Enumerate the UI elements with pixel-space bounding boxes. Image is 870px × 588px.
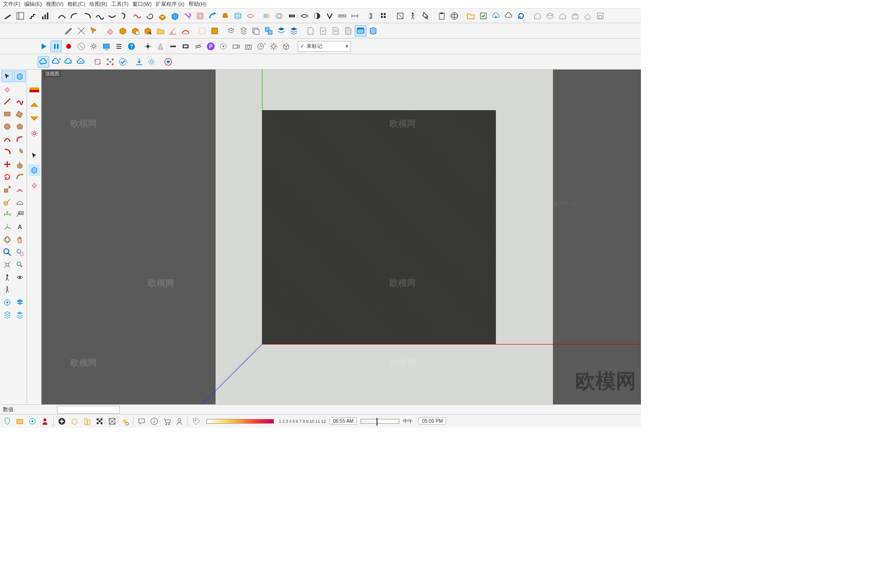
freehand-icon[interactable]	[131, 10, 143, 22]
light-point-icon[interactable]	[142, 41, 154, 52]
layers-3-icon[interactable]	[250, 25, 262, 37]
cloud-up-icon[interactable]	[490, 10, 502, 22]
target-icon[interactable]	[218, 41, 229, 52]
sun-gear-icon[interactable]	[119, 416, 130, 427]
video-icon[interactable]	[230, 41, 242, 52]
component-c-icon[interactable]	[142, 25, 154, 37]
walk-tool[interactable]	[1, 284, 13, 296]
offset-tool[interactable]	[14, 184, 26, 195]
transparent-icon[interactable]	[107, 416, 117, 427]
cleanup-icon[interactable]	[420, 10, 431, 22]
camera-icon[interactable]	[243, 41, 254, 52]
arc-right-icon[interactable]	[81, 10, 93, 22]
save-check-icon[interactable]	[478, 10, 489, 22]
crop-icon[interactable]	[92, 56, 103, 68]
eraser-tool[interactable]	[1, 83, 13, 95]
person-red-icon[interactable]	[40, 416, 50, 427]
menu-file[interactable]: 文件(F)	[3, 0, 20, 8]
protractor-tool[interactable]	[14, 196, 26, 208]
style-c-icon[interactable]	[29, 113, 40, 125]
solid-e-icon[interactable]	[311, 10, 323, 22]
loft-icon[interactable]	[232, 10, 244, 22]
line-tool[interactable]	[1, 96, 13, 107]
curve-2-icon[interactable]	[106, 10, 118, 22]
arc-tool[interactable]	[1, 133, 13, 145]
3dtext-tool[interactable]: A	[14, 221, 26, 233]
monitor-icon[interactable]	[101, 41, 112, 52]
page-d-icon[interactable]	[342, 25, 354, 37]
curve-1-icon[interactable]	[94, 10, 105, 22]
prev-view-tool[interactable]	[14, 259, 26, 271]
page-a-icon[interactable]	[304, 25, 316, 37]
freehand-tool[interactable]	[14, 96, 26, 107]
cloud-d-icon[interactable]	[75, 56, 87, 68]
time-gradient[interactable]	[206, 419, 274, 424]
viewport[interactable]: 顶视图 欧模网 www.om.cn 欧模网 欧模网 欧模网 欧模网 欧模网 ww…	[42, 70, 641, 404]
component-b-icon[interactable]	[130, 25, 141, 37]
menu-extensions[interactable]: 扩展程序 (x)	[156, 0, 185, 8]
menu-edit[interactable]: 编辑(E)	[24, 0, 42, 8]
tape-measure-icon[interactable]	[75, 25, 87, 37]
credit-icon[interactable]	[14, 416, 25, 427]
layers-4-icon[interactable]	[263, 25, 275, 37]
gps-icon[interactable]	[27, 416, 38, 427]
light-rect-icon[interactable]	[180, 41, 191, 52]
menu-view[interactable]: 视图(V)	[46, 0, 64, 8]
texture-plane[interactable]	[262, 110, 496, 344]
zoom-ext-tool[interactable]	[1, 259, 13, 271]
extension-icon[interactable]	[82, 416, 92, 427]
scale-tool[interactable]	[1, 184, 13, 195]
info-icon[interactable]: i	[149, 416, 160, 427]
toolbox-icon[interactable]	[569, 10, 581, 22]
settings-icon[interactable]	[146, 56, 158, 68]
tool-icon[interactable]	[2, 10, 14, 22]
style-b-icon[interactable]	[29, 99, 40, 110]
hide-icon[interactable]	[192, 41, 204, 52]
check-circle-icon[interactable]	[117, 56, 129, 68]
offset-icon[interactable]	[194, 10, 206, 22]
record-icon[interactable]	[63, 41, 74, 52]
time-slider[interactable]	[361, 419, 399, 424]
orbit-tool[interactable]	[1, 234, 13, 245]
roof-icon[interactable]	[582, 10, 594, 22]
warehouse-icon[interactable]	[532, 10, 543, 22]
layers-1-icon[interactable]	[225, 25, 237, 37]
gear-large-icon[interactable]	[268, 41, 279, 52]
dim-tool[interactable]: 2	[1, 209, 13, 220]
extrude-icon[interactable]	[219, 10, 231, 22]
chrome-icon[interactable]	[162, 56, 174, 68]
model-info-icon[interactable]	[14, 10, 26, 22]
box-iso-icon[interactable]	[544, 10, 556, 22]
folder-open-icon[interactable]	[465, 10, 477, 22]
followme-tool[interactable]	[14, 171, 26, 183]
tag-dropdown[interactable]: ✓ 未标记 ▾	[298, 41, 351, 52]
eraser-icon[interactable]	[104, 25, 116, 37]
plugin-p-icon[interactable]: P	[205, 41, 217, 52]
download-icon[interactable]	[133, 56, 145, 68]
tape-tool[interactable]	[1, 196, 13, 208]
menu-help[interactable]: 帮助(H)	[188, 0, 206, 8]
folder-icon[interactable]	[155, 25, 166, 37]
page-c-icon[interactable]	[330, 25, 341, 37]
spiral-icon[interactable]	[144, 10, 156, 22]
style-a-icon[interactable]	[29, 84, 40, 96]
iso-view-icon[interactable]	[29, 164, 40, 176]
dimension-icon[interactable]	[349, 10, 361, 22]
ruler-icon[interactable]	[336, 10, 348, 22]
bars-icon[interactable]	[40, 10, 51, 22]
pushpull-tool[interactable]	[14, 158, 26, 170]
eraser-mid-icon[interactable]	[29, 179, 40, 190]
rect-fill-icon[interactable]	[209, 25, 220, 37]
menu-tools[interactable]: 工具(T)	[111, 0, 129, 8]
solid-b-icon[interactable]	[274, 10, 285, 22]
position-cam-tool[interactable]	[1, 272, 13, 283]
circle-tool[interactable]	[1, 121, 13, 132]
pushpull-icon[interactable]	[157, 10, 168, 22]
page-f-icon[interactable]	[367, 25, 379, 37]
flip-icon[interactable]	[365, 10, 377, 22]
pointer-icon[interactable]	[29, 150, 40, 161]
list-icon[interactable]	[113, 41, 125, 52]
cube-wire-icon[interactable]	[69, 416, 80, 427]
iso-cube-icon[interactable]	[14, 71, 26, 82]
cube-icon[interactable]	[280, 41, 292, 52]
